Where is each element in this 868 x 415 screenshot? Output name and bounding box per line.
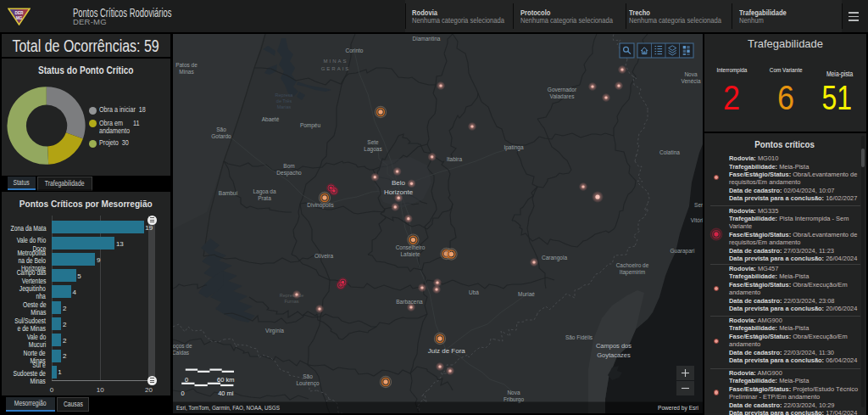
svg-text:Lagoas: Lagoas <box>364 146 382 153</box>
svg-text:Nova: Nova <box>684 71 698 77</box>
svg-text:Patos de: Patos de <box>175 62 198 68</box>
svg-text:Governador: Governador <box>548 87 577 93</box>
svg-text:Oliveira: Oliveira <box>314 253 333 259</box>
svg-text:Serra: Serra <box>694 202 703 208</box>
svg-text:Lourenço: Lourenço <box>296 380 319 387</box>
svg-text:Poços de: Poços de <box>173 343 192 350</box>
svg-text:Represa: Represa <box>275 93 294 98</box>
svg-text:Guarapari: Guarapari <box>670 248 695 255</box>
svg-text:Divinópolis: Divinópolis <box>307 202 334 209</box>
svg-text:Valadares: Valadares <box>550 93 576 99</box>
svg-text:Powered by Esri: Powered by Esri <box>658 404 698 412</box>
svg-text:São Fidélis: São Fidélis <box>565 334 593 340</box>
svg-text:São: São <box>303 373 313 379</box>
svg-text:Campos dos: Campos dos <box>596 342 632 350</box>
svg-text:0: 0 <box>185 376 188 384</box>
svg-text:São: São <box>216 126 226 132</box>
svg-text:Furnas: Furnas <box>284 299 298 304</box>
svg-text:Cachoeiro de: Cachoeiro de <box>616 262 649 268</box>
svg-text:Nova: Nova <box>507 390 520 395</box>
svg-text:MG: MG <box>16 16 23 20</box>
svg-text:de Três: de Três <box>276 98 292 104</box>
svg-text:Bom: Bom <box>283 163 294 169</box>
svg-text:Gotardo: Gotardo <box>211 133 231 139</box>
svg-text:Sete: Sete <box>367 139 379 145</box>
svg-text:0: 0 <box>181 390 185 397</box>
svg-text:Bambuí: Bambuí <box>219 190 238 196</box>
svg-text:Juiz de Fora: Juiz de Fora <box>428 347 466 355</box>
svg-text:Lafaiete: Lafaiete <box>400 251 420 257</box>
svg-text:Abaeté: Abaeté <box>262 116 280 122</box>
svg-text:Prata: Prata <box>258 195 271 201</box>
svg-text:Lagoa da: Lagoa da <box>253 188 275 195</box>
svg-text:Colatina: Colatina <box>659 149 680 155</box>
svg-text:Marias: Marias <box>277 104 292 109</box>
svg-text:Itabira: Itabira <box>447 156 462 162</box>
svg-text:Muriaé: Muriaé <box>518 291 535 297</box>
svg-text:60 km: 60 km <box>217 376 234 384</box>
svg-text:Goytacazes: Goytacazes <box>597 351 631 359</box>
svg-text:Itapemirim: Itapemirim <box>620 269 645 276</box>
svg-text:MINAS: MINAS <box>323 59 348 64</box>
svg-text:Belo: Belo <box>392 179 406 187</box>
svg-text:Despacho: Despacho <box>276 170 302 177</box>
svg-text:Pompéu: Pompéu <box>300 122 321 129</box>
svg-text:Ubá: Ubá <box>469 289 479 295</box>
svg-text:40 mi: 40 mi <box>218 390 234 397</box>
svg-text:Caldas: Caldas <box>173 350 190 356</box>
svg-text:Diamantina: Diamantina <box>413 36 441 42</box>
svg-text:Ipatinga: Ipatinga <box>504 144 524 151</box>
svg-text:Venécia: Venécia <box>681 78 701 84</box>
svg-text:Carangola: Carangola <box>542 255 567 261</box>
svg-text:GERAIS: GERAIS <box>321 66 351 71</box>
svg-text:Esri, TomTom, Garmin, FAO, NOA: Esri, TomTom, Garmin, FAO, NOAA, USGS <box>176 404 280 412</box>
svg-text:Virgínia: Virgínia <box>265 328 284 334</box>
svg-text:Corinto: Corinto <box>346 48 364 53</box>
svg-text:Conselheiro: Conselheiro <box>396 244 426 250</box>
svg-text:Minas: Minas <box>179 69 194 75</box>
svg-text:DER: DER <box>14 11 24 15</box>
svg-text:Vitória: Vitória <box>691 217 703 223</box>
